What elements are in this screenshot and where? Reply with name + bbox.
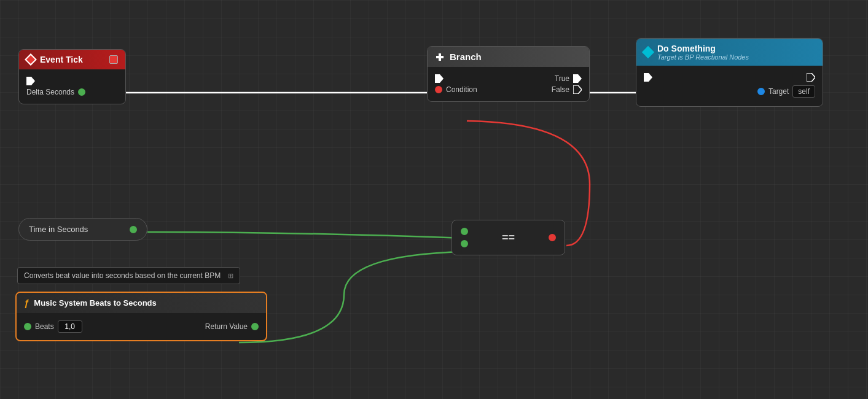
event-tick-body: Delta Seconds — [19, 69, 125, 104]
branch-condition-pin — [435, 86, 442, 93]
beats-pin — [24, 323, 31, 330]
music-system-title: Music System Beats to Seconds — [34, 298, 156, 308]
music-system-body: Beats Return Value — [17, 313, 266, 340]
time-in-seconds-label: Time in Seconds — [29, 225, 88, 234]
do-something-target-row: Target self — [644, 85, 815, 98]
event-tick-node: Event Tick Delta Seconds — [18, 49, 126, 104]
branch-icon — [435, 52, 445, 62]
do-something-subtitle: Target is BP Reactional Nodes — [657, 53, 749, 61]
branch-true-label: True — [555, 74, 569, 83]
delta-seconds-row: Delta Seconds — [26, 88, 118, 96]
equal-pins-left — [461, 228, 468, 247]
do-something-header: Do Something Target is BP Reactional Nod… — [636, 39, 823, 66]
music-system-pins-row: Beats Return Value — [24, 320, 259, 333]
time-in-seconds-body: Time in Seconds — [19, 219, 147, 240]
branch-exec-true-icon — [573, 74, 582, 83]
do-something-title: Do Something — [657, 44, 749, 53]
delta-seconds-label: Delta Seconds — [26, 88, 74, 96]
tooltip-text: Converts beat value into seconds based o… — [24, 271, 221, 280]
branch-exec-false-icon — [573, 85, 582, 94]
do-something-node: Do Something Target is BP Reactional Nod… — [636, 38, 823, 107]
equal-operator: == — [468, 231, 549, 244]
music-system-node: ƒ Music System Beats to Seconds Beats Re… — [15, 292, 267, 341]
branch-title: Branch — [450, 52, 482, 62]
event-tick-icon — [25, 53, 37, 66]
svg-marker-5 — [435, 74, 444, 83]
exec-out-icon — [26, 77, 35, 85]
equal-top-pin — [461, 228, 468, 235]
do-something-target-label: Target — [768, 87, 789, 96]
equal-result-pin — [549, 234, 556, 241]
branch-node: Branch True Condition False — [427, 46, 590, 102]
return-pin — [251, 323, 259, 330]
tooltip: Converts beat value into seconds based o… — [17, 267, 240, 284]
collapse-btn[interactable]: ⊞ — [228, 272, 233, 279]
return-row: Return Value — [205, 322, 259, 331]
do-something-body: Target self — [636, 66, 823, 106]
delta-seconds-pin — [78, 88, 85, 96]
event-tick-exec-row — [26, 77, 118, 85]
equal-body: == — [452, 220, 565, 255]
do-something-exec-in — [644, 73, 652, 82]
do-something-target-value: self — [792, 85, 815, 98]
svg-marker-2 — [26, 77, 35, 85]
svg-marker-7 — [573, 85, 582, 94]
do-something-target-pin — [757, 88, 765, 95]
time-in-seconds-node: Time in Seconds — [18, 218, 147, 241]
do-something-title-group: Do Something Target is BP Reactional Nod… — [657, 44, 749, 61]
svg-rect-4 — [439, 53, 441, 61]
branch-exec-in-icon — [435, 74, 444, 83]
branch-false-row: False — [552, 85, 582, 94]
branch-body: True Condition False — [428, 67, 589, 101]
equal-node: == — [452, 220, 565, 255]
branch-exec-row: True — [435, 74, 582, 83]
beats-label: Beats — [35, 322, 54, 331]
event-tick-header: Event Tick — [19, 50, 125, 69]
do-something-icon — [642, 46, 654, 58]
branch-condition-label: Condition — [446, 85, 477, 94]
return-label: Return Value — [205, 322, 248, 331]
branch-true-row: True — [555, 74, 582, 83]
do-something-exec-out — [807, 73, 815, 82]
do-something-exec-row — [644, 73, 815, 82]
music-system-header: ƒ Music System Beats to Seconds — [17, 293, 266, 313]
equal-out-pin — [549, 234, 556, 241]
branch-condition-row: Condition False — [435, 85, 582, 94]
beats-row: Beats — [24, 320, 82, 333]
event-tick-title: Event Tick — [40, 55, 83, 64]
beats-input[interactable] — [58, 320, 82, 333]
svg-marker-9 — [807, 73, 815, 82]
branch-condition-left: Condition — [435, 85, 477, 94]
svg-marker-8 — [644, 73, 652, 82]
equal-bottom-pin — [461, 240, 468, 247]
music-system-f-icon: ƒ — [24, 298, 29, 308]
event-tick-badge — [109, 55, 118, 64]
branch-header: Branch — [428, 47, 589, 67]
time-in-seconds-pin — [130, 226, 137, 233]
branch-false-label: False — [552, 85, 569, 94]
svg-marker-6 — [573, 74, 582, 83]
